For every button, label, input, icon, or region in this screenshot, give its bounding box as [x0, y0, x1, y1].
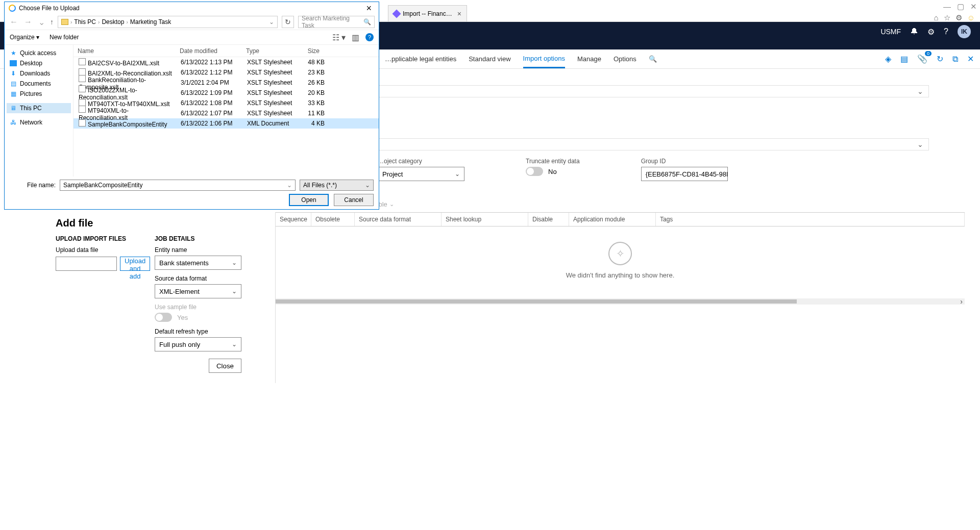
cmd-manage[interactable]: Manage [577, 55, 601, 63]
col-tags[interactable]: Tags [656, 213, 965, 226]
nav-this-pc[interactable]: 🖥This PC [7, 103, 71, 113]
add-file-pane: Add file UPLOAD IMPORT FILES Upload data… [54, 212, 276, 383]
browser-tab[interactable]: Import -- Finance and Oper… × [388, 5, 467, 21]
address-bar-icons: ⌂ ☆ ⚙ ☺ [934, 13, 975, 22]
upload-and-add-button[interactable]: Upload and add [120, 257, 150, 271]
nav-quick-access[interactable]: ★Quick access [7, 48, 71, 58]
window-close-icon[interactable]: ✕ [970, 2, 977, 11]
window-maximize-icon[interactable]: ▢ [957, 2, 964, 11]
entity-name-combo[interactable]: Bank statements⌄ [155, 256, 241, 270]
gear-icon[interactable]: ⚙ [927, 27, 935, 37]
file-row[interactable]: BAI2CSV-to-BAI2XML.xslt6/13/2022 1:13 PM… [74, 57, 379, 67]
cmd-import-options[interactable]: Import options [523, 49, 565, 68]
cmd-right-icons: ◈ ▤ 📎 ↻ ⧉ ✕ [885, 54, 974, 64]
search-input[interactable]: Search Marketing Task 🔍 [298, 16, 375, 28]
preview-pane-icon[interactable]: ▥ [352, 33, 359, 42]
upload-heading: UPLOAD IMPORT FILES [56, 235, 142, 242]
cmd-options[interactable]: Options [614, 55, 636, 63]
cmd-legal-entities[interactable]: …pplicable legal entities [385, 55, 456, 63]
organize-menu[interactable]: Organize ▾ [10, 34, 39, 41]
col-sheet[interactable]: Sheet lookup [442, 213, 528, 226]
help-icon[interactable]: ? [944, 27, 948, 36]
settings-gear-icon[interactable]: ⚙ [955, 13, 962, 22]
upload-data-file-input[interactable] [56, 257, 117, 271]
chevron-down-icon: ⌄ [917, 140, 923, 148]
home-icon[interactable]: ⌂ [934, 13, 939, 22]
nav-network[interactable]: 🖧Network [7, 117, 71, 128]
project-category-combo[interactable]: Project ⌄ [378, 167, 464, 181]
filter-value: All Files (*.*) [303, 182, 337, 189]
new-folder-button[interactable]: New folder [50, 34, 79, 41]
file-icon [79, 58, 86, 65]
breadcrumb[interactable]: › This PC › Desktop › Marketing Task ⌄ [58, 16, 278, 28]
back-icon[interactable]: ← [9, 17, 19, 27]
col-sdf[interactable]: Source data format [355, 213, 442, 226]
dialog-toolbar: Organize ▾ New folder ☷ ▾ ▥ ? [5, 30, 379, 45]
nav-downloads[interactable]: ⬇Downloads [7, 68, 71, 79]
cmd-standard-view[interactable]: Standard view [469, 55, 510, 63]
tab-close-icon[interactable]: × [457, 10, 461, 18]
scrollbar-thumb[interactable] [276, 299, 797, 304]
recent-icon[interactable]: ⌄ [37, 17, 46, 27]
nav-pictures[interactable]: ▦Pictures [7, 89, 71, 99]
file-type-filter[interactable]: All Files (*.*) ⌄ [300, 180, 374, 191]
grid-header: Sequence Obsolete Source data format She… [276, 212, 965, 226]
col-type[interactable]: Type [242, 47, 293, 55]
refresh-type-combo[interactable]: Full push only⌄ [155, 337, 241, 351]
col-disable[interactable]: Disable [528, 213, 569, 226]
refresh-icon[interactable]: ↻ [282, 16, 294, 28]
bc-desktop[interactable]: Desktop [102, 18, 124, 26]
filename-input[interactable]: SampleBankCompositeEntity ⌄ [60, 180, 296, 191]
use-sample-label: Use sample file [155, 304, 241, 311]
attachments-icon[interactable]: 📎 [917, 54, 927, 64]
grid-scrollbar[interactable]: › [276, 298, 965, 305]
chevron-down-icon: ⌄ [232, 288, 237, 295]
scroll-right-icon[interactable]: › [960, 297, 963, 306]
col-obsolete[interactable]: Obsolete [311, 213, 355, 226]
up-icon[interactable]: ↑ [50, 18, 54, 26]
file-row[interactable]: SampleBankCompositeEntity6/13/2022 1:06 … [74, 118, 379, 129]
chevron-down-icon[interactable]: ⌄ [269, 18, 274, 26]
dialog-title-bar: Choose File to Upload × [5, 2, 379, 14]
col-name[interactable]: Name [74, 47, 176, 55]
window-minimize-icon[interactable]: — [943, 2, 951, 11]
chevron-down-icon: ⌄ [917, 87, 923, 95]
file-row[interactable]: ISO20022XML-to-Reconciliation.xslt6/13/2… [74, 88, 379, 98]
diamond-icon[interactable]: ◈ [885, 54, 891, 64]
chevron-down-icon[interactable]: ⌄ [287, 182, 292, 189]
avatar[interactable]: IK [958, 25, 971, 38]
sdf-combo[interactable]: XML-Element⌄ [155, 284, 241, 298]
popout-icon[interactable]: ⧉ [952, 55, 958, 64]
close-button[interactable]: Close [209, 359, 241, 373]
bc-this-pc[interactable]: This PC [74, 18, 96, 26]
nav-documents[interactable]: ▤Documents [7, 79, 71, 89]
open-button[interactable]: Open [289, 194, 329, 206]
favorite-icon[interactable]: ☆ [944, 13, 950, 22]
group-id-value[interactable]: {EEB6875F-CD81-4B45-98FA-66… [641, 167, 728, 181]
bell-icon[interactable]: 🔔︎ [910, 27, 918, 36]
col-app-module[interactable]: Application module [569, 213, 656, 226]
legal-entity[interactable]: USMF [880, 28, 901, 36]
project-category-value: Project [382, 170, 403, 178]
search-icon: 🔍 [363, 18, 371, 26]
cancel-button[interactable]: Cancel [334, 194, 374, 206]
search-icon[interactable]: 🔍 [649, 55, 657, 63]
file-icon [79, 85, 86, 92]
help-icon[interactable]: ? [365, 33, 374, 41]
col-size[interactable]: Size [293, 47, 324, 55]
col-sequence[interactable]: Sequence [276, 213, 311, 226]
emoji-face-icon[interactable]: ☺ [967, 13, 975, 22]
file-list: Name Date modified Type Size BAI2CSV-to-… [74, 45, 379, 176]
file-row[interactable]: MT940XML-to-Reconciliation.xslt6/13/2022… [74, 108, 379, 118]
bc-folder[interactable]: Marketing Task [130, 18, 171, 26]
sdf-label: Source data format [155, 275, 241, 282]
refresh-icon[interactable]: ↻ [937, 54, 943, 64]
col-date[interactable]: Date modified [176, 47, 242, 55]
close-icon[interactable]: ✕ [967, 54, 974, 64]
office-icon[interactable]: ▤ [900, 54, 908, 64]
view-menu-icon[interactable]: ☷ ▾ [332, 33, 346, 42]
d365-tab-icon [393, 9, 401, 18]
nav-desktop[interactable]: Desktop [7, 58, 71, 68]
dialog-close-icon[interactable]: × [363, 3, 375, 14]
truncate-toggle[interactable] [526, 167, 543, 176]
